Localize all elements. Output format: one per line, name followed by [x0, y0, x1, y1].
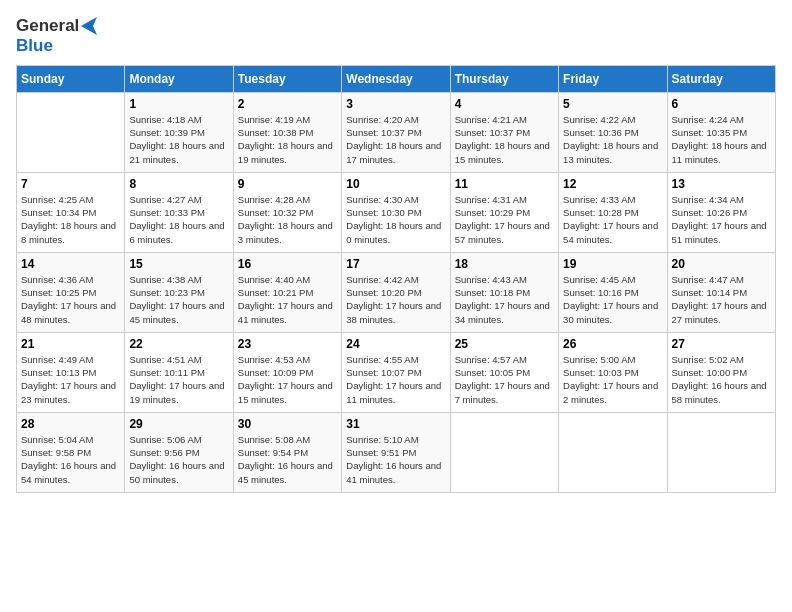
day-number: 3	[346, 97, 445, 111]
header-day: Sunday	[17, 65, 125, 92]
calendar-cell: 31Sunrise: 5:10 AMSunset: 9:51 PMDayligh…	[342, 412, 450, 492]
day-info: Sunrise: 4:45 AMSunset: 10:16 PMDaylight…	[563, 273, 662, 326]
day-info: Sunrise: 5:08 AMSunset: 9:54 PMDaylight:…	[238, 433, 337, 486]
calendar-cell: 12Sunrise: 4:33 AMSunset: 10:28 PMDaylig…	[559, 172, 667, 252]
day-info: Sunrise: 4:21 AMSunset: 10:37 PMDaylight…	[455, 113, 554, 166]
day-info: Sunrise: 4:42 AMSunset: 10:20 PMDaylight…	[346, 273, 445, 326]
day-info: Sunrise: 4:47 AMSunset: 10:14 PMDaylight…	[672, 273, 771, 326]
day-number: 29	[129, 417, 228, 431]
logo-blue: Blue	[16, 36, 53, 56]
day-info: Sunrise: 4:25 AMSunset: 10:34 PMDaylight…	[21, 193, 120, 246]
day-number: 27	[672, 337, 771, 351]
calendar-cell: 8Sunrise: 4:27 AMSunset: 10:33 PMDayligh…	[125, 172, 233, 252]
day-number: 9	[238, 177, 337, 191]
calendar-header-row: SundayMondayTuesdayWednesdayThursdayFrid…	[17, 65, 776, 92]
day-number: 24	[346, 337, 445, 351]
day-info: Sunrise: 4:24 AMSunset: 10:35 PMDaylight…	[672, 113, 771, 166]
calendar-week-row: 14Sunrise: 4:36 AMSunset: 10:25 PMDaylig…	[17, 252, 776, 332]
day-info: Sunrise: 4:36 AMSunset: 10:25 PMDaylight…	[21, 273, 120, 326]
page-header: General Blue	[16, 16, 776, 57]
day-number: 21	[21, 337, 120, 351]
calendar-week-row: 21Sunrise: 4:49 AMSunset: 10:13 PMDaylig…	[17, 332, 776, 412]
day-number: 13	[672, 177, 771, 191]
day-number: 28	[21, 417, 120, 431]
day-number: 17	[346, 257, 445, 271]
calendar-cell: 30Sunrise: 5:08 AMSunset: 9:54 PMDayligh…	[233, 412, 341, 492]
day-info: Sunrise: 4:34 AMSunset: 10:26 PMDaylight…	[672, 193, 771, 246]
day-info: Sunrise: 4:49 AMSunset: 10:13 PMDaylight…	[21, 353, 120, 406]
header-day: Wednesday	[342, 65, 450, 92]
calendar-cell: 25Sunrise: 4:57 AMSunset: 10:05 PMDaylig…	[450, 332, 558, 412]
calendar-cell: 19Sunrise: 4:45 AMSunset: 10:16 PMDaylig…	[559, 252, 667, 332]
calendar-cell: 26Sunrise: 5:00 AMSunset: 10:03 PMDaylig…	[559, 332, 667, 412]
calendar-cell	[450, 412, 558, 492]
calendar-week-row: 1Sunrise: 4:18 AMSunset: 10:39 PMDayligh…	[17, 92, 776, 172]
logo: General Blue	[16, 16, 103, 57]
header-day: Saturday	[667, 65, 775, 92]
logo: General Blue	[16, 16, 103, 57]
calendar-cell: 16Sunrise: 4:40 AMSunset: 10:21 PMDaylig…	[233, 252, 341, 332]
calendar-body: 1Sunrise: 4:18 AMSunset: 10:39 PMDayligh…	[17, 92, 776, 492]
day-info: Sunrise: 4:28 AMSunset: 10:32 PMDaylight…	[238, 193, 337, 246]
day-info: Sunrise: 5:00 AMSunset: 10:03 PMDaylight…	[563, 353, 662, 406]
calendar-cell: 20Sunrise: 4:47 AMSunset: 10:14 PMDaylig…	[667, 252, 775, 332]
calendar-cell: 11Sunrise: 4:31 AMSunset: 10:29 PMDaylig…	[450, 172, 558, 252]
day-number: 14	[21, 257, 120, 271]
day-number: 4	[455, 97, 554, 111]
calendar-cell	[17, 92, 125, 172]
day-number: 12	[563, 177, 662, 191]
day-info: Sunrise: 4:31 AMSunset: 10:29 PMDaylight…	[455, 193, 554, 246]
day-info: Sunrise: 4:33 AMSunset: 10:28 PMDaylight…	[563, 193, 662, 246]
day-info: Sunrise: 4:40 AMSunset: 10:21 PMDaylight…	[238, 273, 337, 326]
calendar-cell: 2Sunrise: 4:19 AMSunset: 10:38 PMDayligh…	[233, 92, 341, 172]
day-number: 11	[455, 177, 554, 191]
header-day: Tuesday	[233, 65, 341, 92]
calendar-cell: 6Sunrise: 4:24 AMSunset: 10:35 PMDayligh…	[667, 92, 775, 172]
calendar-table: SundayMondayTuesdayWednesdayThursdayFrid…	[16, 65, 776, 493]
day-number: 1	[129, 97, 228, 111]
svg-marker-0	[81, 17, 97, 35]
day-number: 30	[238, 417, 337, 431]
day-info: Sunrise: 4:22 AMSunset: 10:36 PMDaylight…	[563, 113, 662, 166]
day-info: Sunrise: 4:27 AMSunset: 10:33 PMDaylight…	[129, 193, 228, 246]
day-number: 10	[346, 177, 445, 191]
day-info: Sunrise: 4:38 AMSunset: 10:23 PMDaylight…	[129, 273, 228, 326]
day-info: Sunrise: 4:53 AMSunset: 10:09 PMDaylight…	[238, 353, 337, 406]
day-number: 31	[346, 417, 445, 431]
calendar-cell: 9Sunrise: 4:28 AMSunset: 10:32 PMDayligh…	[233, 172, 341, 252]
calendar-cell: 22Sunrise: 4:51 AMSunset: 10:11 PMDaylig…	[125, 332, 233, 412]
logo-general: General	[16, 16, 79, 36]
calendar-cell: 28Sunrise: 5:04 AMSunset: 9:58 PMDayligh…	[17, 412, 125, 492]
calendar-week-row: 28Sunrise: 5:04 AMSunset: 9:58 PMDayligh…	[17, 412, 776, 492]
calendar-cell: 27Sunrise: 5:02 AMSunset: 10:00 PMDaylig…	[667, 332, 775, 412]
day-number: 25	[455, 337, 554, 351]
day-info: Sunrise: 5:04 AMSunset: 9:58 PMDaylight:…	[21, 433, 120, 486]
day-number: 7	[21, 177, 120, 191]
day-number: 6	[672, 97, 771, 111]
day-info: Sunrise: 4:18 AMSunset: 10:39 PMDaylight…	[129, 113, 228, 166]
calendar-cell: 13Sunrise: 4:34 AMSunset: 10:26 PMDaylig…	[667, 172, 775, 252]
day-number: 23	[238, 337, 337, 351]
calendar-cell: 24Sunrise: 4:55 AMSunset: 10:07 PMDaylig…	[342, 332, 450, 412]
calendar-cell	[559, 412, 667, 492]
day-number: 19	[563, 257, 662, 271]
calendar-cell	[667, 412, 775, 492]
calendar-cell: 18Sunrise: 4:43 AMSunset: 10:18 PMDaylig…	[450, 252, 558, 332]
calendar-cell: 1Sunrise: 4:18 AMSunset: 10:39 PMDayligh…	[125, 92, 233, 172]
day-info: Sunrise: 5:02 AMSunset: 10:00 PMDaylight…	[672, 353, 771, 406]
calendar-cell: 5Sunrise: 4:22 AMSunset: 10:36 PMDayligh…	[559, 92, 667, 172]
calendar-cell: 7Sunrise: 4:25 AMSunset: 10:34 PMDayligh…	[17, 172, 125, 252]
day-number: 15	[129, 257, 228, 271]
day-info: Sunrise: 4:55 AMSunset: 10:07 PMDaylight…	[346, 353, 445, 406]
header-day: Monday	[125, 65, 233, 92]
calendar-cell: 23Sunrise: 4:53 AMSunset: 10:09 PMDaylig…	[233, 332, 341, 412]
calendar-week-row: 7Sunrise: 4:25 AMSunset: 10:34 PMDayligh…	[17, 172, 776, 252]
day-number: 22	[129, 337, 228, 351]
day-number: 18	[455, 257, 554, 271]
day-number: 20	[672, 257, 771, 271]
day-number: 5	[563, 97, 662, 111]
header-day: Thursday	[450, 65, 558, 92]
calendar-cell: 3Sunrise: 4:20 AMSunset: 10:37 PMDayligh…	[342, 92, 450, 172]
day-info: Sunrise: 4:30 AMSunset: 10:30 PMDaylight…	[346, 193, 445, 246]
calendar-cell: 15Sunrise: 4:38 AMSunset: 10:23 PMDaylig…	[125, 252, 233, 332]
